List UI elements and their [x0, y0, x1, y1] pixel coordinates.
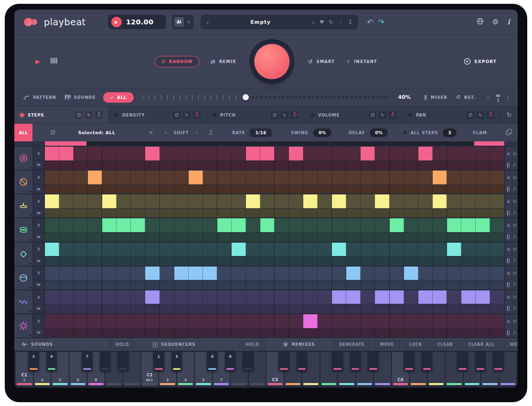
step-cell[interactable] — [232, 147, 246, 160]
humanize-icon[interactable] — [511, 218, 518, 232]
preset-next-button[interactable]: › — [312, 19, 315, 26]
micro-step-cell[interactable] — [145, 329, 160, 337]
step-cell[interactable] — [490, 243, 504, 256]
step-cell[interactable] — [74, 267, 88, 280]
micro-step-cell[interactable] — [433, 329, 447, 337]
step-cell[interactable] — [160, 171, 174, 184]
step-cell[interactable] — [246, 243, 260, 256]
step-cell[interactable] — [217, 194, 232, 208]
loop-icon[interactable]: ↻ — [379, 111, 386, 119]
micro-step-cell[interactable] — [102, 280, 117, 289]
step-cell[interactable] — [375, 267, 389, 280]
step-cell[interactable] — [117, 147, 131, 160]
step-cell[interactable] — [418, 267, 433, 280]
micro-step-cell[interactable] — [318, 209, 332, 217]
copy-icon[interactable] — [506, 129, 511, 137]
step-cell[interactable] — [361, 243, 375, 256]
step-cell[interactable] — [102, 290, 117, 304]
step-cell[interactable] — [447, 194, 461, 208]
micro-step-cell[interactable] — [102, 256, 117, 265]
micro-step-cell[interactable] — [246, 256, 260, 265]
step-cell[interactable] — [404, 147, 418, 160]
step-cell[interactable] — [145, 194, 160, 208]
step-cell[interactable] — [461, 290, 476, 304]
step-cell[interactable] — [232, 290, 246, 304]
step-cell[interactable] — [447, 314, 461, 328]
micro-step-cell[interactable] — [303, 304, 318, 313]
micro-step-cell[interactable] — [232, 329, 246, 337]
step-cell[interactable] — [131, 171, 145, 184]
step-cell[interactable] — [203, 243, 217, 256]
step-cell[interactable] — [145, 290, 160, 304]
step-cell[interactable] — [117, 267, 131, 280]
amount-slider[interactable] — [142, 94, 389, 100]
solo-button[interactable]: S — [33, 314, 44, 328]
micro-step-cell[interactable] — [418, 185, 433, 193]
black-key[interactable]: 6 — [207, 352, 217, 371]
step-cell[interactable] — [275, 314, 289, 328]
step-cell[interactable] — [303, 171, 318, 184]
instant-button[interactable]: ⚡ INSTANT — [346, 58, 377, 65]
row-drag-handle[interactable]: ⠿ — [511, 209, 518, 218]
step-cell[interactable] — [361, 218, 375, 232]
micro-step-cell[interactable] — [390, 329, 404, 337]
micro-step-cell[interactable] — [318, 329, 332, 337]
micro-step-cell[interactable] — [131, 233, 145, 241]
micro-step-cell[interactable] — [88, 161, 102, 170]
step-cell[interactable] — [45, 147, 59, 160]
shift-right-button[interactable]: › — [196, 129, 198, 136]
micro-step-cell[interactable] — [404, 233, 418, 241]
step-cell[interactable] — [461, 243, 476, 256]
micro-step-cell[interactable] — [447, 256, 461, 265]
micro-step-cell[interactable] — [375, 233, 389, 241]
step-cell[interactable] — [490, 147, 504, 160]
micro-step-cell[interactable] — [404, 185, 418, 193]
step-cell[interactable] — [404, 290, 418, 304]
micro-step-cell[interactable] — [189, 329, 203, 337]
micro-step-cell[interactable] — [160, 185, 174, 193]
step-cell[interactable] — [390, 314, 404, 328]
micro-step-cell[interactable] — [74, 233, 88, 241]
step-cell[interactable] — [476, 314, 490, 328]
step-cell[interactable] — [74, 290, 88, 304]
micro-step-cell[interactable] — [260, 209, 275, 217]
black-key[interactable] — [368, 352, 378, 371]
step-cell[interactable] — [88, 147, 102, 160]
step-cell[interactable] — [390, 267, 404, 280]
instrument-tile-row-4[interactable] — [14, 218, 32, 241]
micro-step-cell[interactable] — [361, 280, 375, 289]
micro-step-cell[interactable] — [375, 280, 389, 289]
step-cell[interactable] — [476, 290, 490, 304]
black-key[interactable]: 3 — [171, 352, 182, 371]
step-cell[interactable] — [246, 194, 260, 208]
random-button[interactable]: ⚂ RANDOM — [155, 56, 199, 67]
micro-step-cell[interactable] — [88, 329, 102, 337]
step-cell[interactable] — [303, 194, 318, 208]
micro-step-cell[interactable] — [332, 280, 346, 289]
step-cell[interactable] — [447, 290, 461, 304]
step-cell[interactable] — [59, 171, 74, 184]
all-rows-button[interactable]: ALL — [14, 124, 32, 141]
row-drag-handle[interactable]: ⠿ — [511, 160, 518, 170]
micro-step-cell[interactable] — [361, 256, 375, 265]
step-cell[interactable] — [289, 218, 303, 232]
step-cell[interactable] — [476, 243, 490, 256]
row-mixer-icon[interactable] — [505, 184, 511, 193]
micro-step-cell[interactable] — [160, 256, 174, 265]
step-cell[interactable] — [490, 218, 504, 232]
micro-step-cell[interactable] — [102, 185, 117, 193]
micro-step-cell[interactable] — [418, 256, 433, 265]
step-cell[interactable] — [303, 147, 318, 160]
micro-step-cell[interactable] — [74, 329, 88, 337]
step-cell[interactable] — [45, 243, 59, 256]
micro-step-cell[interactable] — [189, 209, 203, 217]
step-cell[interactable] — [189, 243, 203, 256]
micro-step-cell[interactable] — [88, 233, 102, 241]
micro-step-cell[interactable] — [74, 256, 88, 265]
step-cell[interactable] — [88, 218, 102, 232]
micro-step-cell[interactable] — [117, 256, 131, 265]
step-cell[interactable] — [189, 218, 203, 232]
step-cell[interactable] — [318, 314, 332, 328]
step-cell[interactable] — [59, 267, 74, 280]
micro-step-cell[interactable] — [490, 256, 504, 265]
